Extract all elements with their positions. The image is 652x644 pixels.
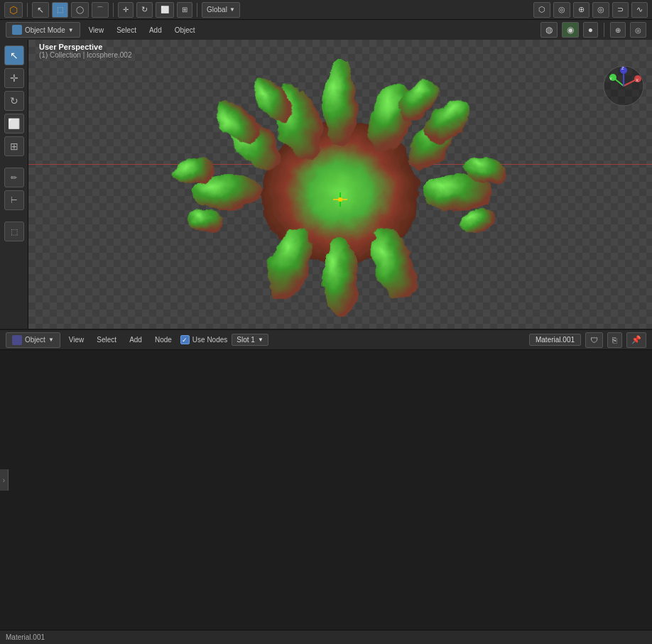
node-editor[interactable]: Object ▼ View Select Add Node ✓ Use Node…	[0, 330, 652, 630]
3d-viewport[interactable]: Object Mode ▼ View Select Add Object ◍ ◉…	[0, 20, 652, 330]
viewport-sep	[604, 23, 604, 37]
node-view-menu-btn[interactable]: View	[65, 332, 89, 348]
shading-material-icon: ◉	[567, 25, 574, 35]
node-add-menu-btn[interactable]: Add	[125, 332, 146, 348]
scale-icon: ⬜	[161, 6, 169, 13]
move-tool-sidebar-btn[interactable]: ✛	[4, 68, 24, 88]
viewport-render-btn[interactable]: ●	[583, 22, 598, 38]
material-name-text: Material.001	[536, 336, 575, 344]
transform-space-btn[interactable]: Global ▼	[202, 2, 240, 18]
gizmo-btn[interactable]: ◎	[592, 2, 609, 18]
viewport-overlay-icon: ⊕	[615, 26, 621, 34]
scale-tool-btn[interactable]: ⬜	[156, 2, 174, 18]
cursor-tool-sidebar-btn[interactable]: ↖	[4, 45, 24, 65]
transform-tool-btn[interactable]: ⊞	[177, 2, 192, 18]
node-node-menu-btn[interactable]: Node	[151, 332, 176, 348]
slot-chevron: ▼	[258, 337, 263, 343]
rotate-tool-btn[interactable]: ↻	[136, 2, 153, 18]
snap-btn[interactable]: ∿	[631, 2, 648, 18]
add-cube-sidebar-btn[interactable]: ⬚	[4, 222, 24, 241]
box-select-btn[interactable]: ⬚	[52, 2, 68, 18]
viewport-info: User Perspective (1) Collection | Icosph…	[39, 43, 131, 59]
transform-all-sidebar-btn[interactable]: ⊞	[4, 136, 24, 156]
select-menu-btn[interactable]: Select	[112, 22, 141, 38]
node-left-panel-toggle[interactable]: ›	[0, 469, 9, 491]
rotate-tool-sidebar-btn[interactable]: ↻	[4, 91, 24, 111]
node-pin-btn[interactable]: 📌	[626, 332, 646, 348]
status-bar: Material.001	[0, 630, 652, 644]
render-icon: ◎	[558, 5, 565, 14]
material-name-display: Material.001	[529, 334, 581, 346]
toolbar-sep-1	[27, 3, 28, 17]
annotate-sidebar-btn[interactable]: ✏	[4, 168, 24, 187]
viewport-3d-area[interactable]: X Y Z	[28, 40, 652, 330]
measure-sidebar-btn[interactable]: ⊢	[4, 190, 24, 210]
node-canvas[interactable]: Texture Coordinate Generated Normal UV O…	[9, 350, 652, 630]
circle-select-icon: ◯	[76, 6, 84, 13]
organism-svg	[99, 50, 582, 320]
proportional-edit-btn[interactable]: ⊃	[612, 2, 629, 18]
viewport-subtitle: (1) Collection | Icosphere.002	[39, 51, 131, 59]
view-layer-icon: ⬡	[538, 5, 545, 14]
shield-icon: 🛡	[590, 336, 598, 344]
proportional-icon: ⊃	[617, 5, 624, 14]
status-material-label: Material.001	[6, 633, 45, 641]
slot-selector[interactable]: Slot 1 ▼	[232, 334, 268, 346]
viewport-header: Object Mode ▼ View Select Add Object ◍ ◉…	[0, 20, 652, 40]
add-menu-btn[interactable]: Add	[145, 22, 166, 38]
cursor-icon: ↖	[37, 5, 44, 15]
pin-icon: 📌	[631, 335, 641, 344]
overlay-btn[interactable]: ⊕	[573, 2, 589, 18]
toolbar-sep-2	[113, 3, 114, 17]
viewport-title: User Perspective	[39, 43, 131, 51]
lasso-select-btn[interactable]: ⌒	[92, 2, 109, 18]
tentacle-far-left-2	[185, 205, 226, 236]
view-layer-btn[interactable]: ⬡	[533, 2, 550, 18]
viewport-material-btn[interactable]: ◉	[562, 22, 579, 38]
grab-tool-btn[interactable]: ✛	[118, 2, 134, 18]
node-type-chevron: ▼	[48, 337, 54, 343]
scale-tool-sidebar-btn[interactable]: ⬜	[4, 114, 24, 133]
viewport-gizmo-icon: ◎	[635, 26, 641, 34]
object-mode-dropdown[interactable]: Object Mode ▼	[6, 22, 80, 38]
svg-text:X: X	[636, 78, 639, 82]
object-menu-btn[interactable]: Object	[170, 22, 200, 38]
organism-display	[28, 40, 652, 330]
node-copy-btn[interactable]: ⎘	[607, 332, 622, 348]
svg-text:Z: Z	[621, 66, 624, 70]
viewport-shading-btn[interactable]: ◍	[540, 22, 558, 38]
view-menu-btn[interactable]: View	[85, 22, 109, 38]
slot-label: Slot 1	[237, 336, 255, 344]
grab-icon: ✛	[123, 6, 129, 13]
copy-icon: ⎘	[612, 336, 617, 344]
shading-solid-icon: ◍	[545, 25, 553, 35]
area-divider[interactable]	[0, 329, 652, 330]
viewport-gizmo-btn[interactable]: ◎	[630, 22, 646, 38]
blender-menu-btn[interactable]: ⬡	[4, 2, 23, 18]
object-mode-chevron: ▼	[68, 27, 74, 33]
lasso-icon: ⌒	[97, 5, 104, 15]
node-type-icon	[12, 335, 22, 345]
blender-logo-icon: ⬡	[9, 4, 18, 16]
object-mode-icon	[12, 25, 22, 35]
toolbar-sep-3	[197, 3, 197, 17]
global-label: Global	[207, 6, 227, 13]
cursor-tool-btn[interactable]: ↖	[32, 2, 49, 18]
node-connections-svg	[9, 350, 652, 630]
object-mode-label: Object Mode	[25, 26, 65, 34]
use-nodes-toggle[interactable]: ✓ Use Nodes	[180, 335, 227, 344]
viewport-overlay-btn[interactable]: ⊕	[610, 22, 626, 38]
overlay-icon: ⊕	[578, 5, 585, 14]
shading-render-icon: ●	[588, 25, 593, 35]
render-settings-btn[interactable]: ◎	[553, 2, 570, 18]
left-tools-panel: ↖ ✛ ↻ ⬜ ⊞ ✏ ⊢ ⬚	[0, 40, 28, 330]
viewport-nav-gizmo[interactable]: X Y Z	[602, 65, 645, 107]
node-material-shield-btn[interactable]: 🛡	[585, 332, 603, 348]
node-editor-type-btn[interactable]: Object ▼	[6, 332, 60, 348]
node-editor-header: Object ▼ View Select Add Node ✓ Use Node…	[0, 330, 652, 350]
top-toolbar: ⬡ ↖ ⬚ ◯ ⌒ ✛ ↻ ⬜ ⊞ Global ▼ ⬡ ◎ ⊕ ◎ ⊃	[0, 0, 652, 20]
left-arrow-icon: ›	[3, 476, 5, 484]
node-select-menu-btn[interactable]: Select	[92, 332, 121, 348]
circle-select-btn[interactable]: ◯	[71, 2, 89, 18]
use-nodes-checkbox[interactable]: ✓	[180, 335, 190, 344]
